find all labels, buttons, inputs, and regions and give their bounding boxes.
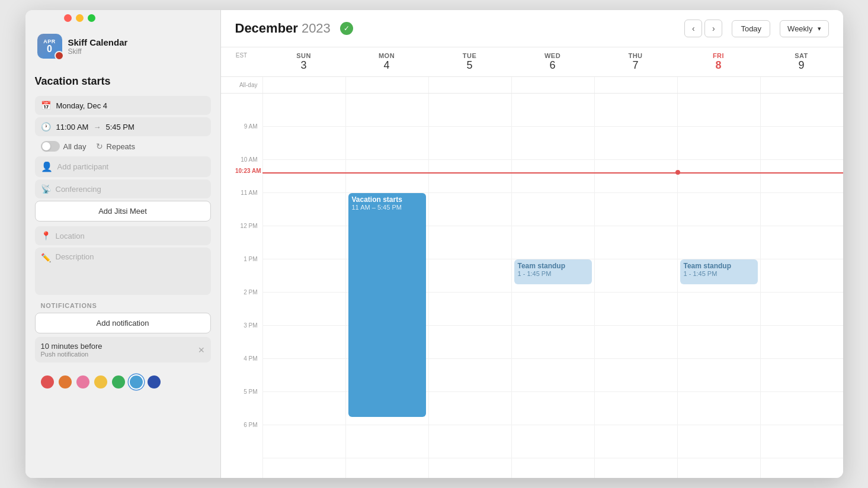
hour-line (761, 293, 843, 326)
minimize-button[interactable] (76, 14, 84, 22)
hour-line (595, 425, 677, 458)
hour-line (512, 425, 594, 458)
hour-line (263, 326, 345, 359)
hour-line (678, 293, 760, 326)
calendar-grid[interactable]: 9 AM10 AM11 AM12 PM1 PM2 PM3 PM4 PM5 PM6… (221, 94, 843, 478)
next-button[interactable]: › (704, 20, 722, 37)
description-row[interactable]: ✏️ Description (35, 248, 211, 295)
time-label-2-PM: 2 PM (221, 289, 262, 322)
notification-close-button[interactable]: ✕ (198, 345, 205, 355)
repeats-wrapper[interactable]: ↻ Repeats (96, 142, 135, 151)
time-label-8-AM (221, 94, 262, 123)
sidebar: APR 0 Skiff Calendar Skiff 📅 Monday, Dec… (25, 10, 221, 478)
notification-time: 10 minutes before (41, 342, 103, 351)
sidebar-content: 📅 Monday, Dec 4 🕐 11:00 AM → 5:45 PM All… (25, 68, 220, 478)
hour-line (761, 94, 843, 127)
event-block[interactable]: Team standup 1 - 1:45 PM (680, 259, 758, 284)
view-selector[interactable]: Weekly ▾ (780, 20, 828, 37)
sync-icon[interactable]: ✓ (340, 22, 353, 35)
hour-line (512, 458, 594, 478)
hour-line (263, 359, 345, 392)
day-num: 7 (594, 59, 677, 72)
add-participant-row[interactable]: 👤 Add participant (35, 156, 211, 177)
color-pink[interactable] (76, 375, 89, 389)
color-yellow[interactable] (94, 375, 107, 389)
color-dark-blue[interactable] (148, 375, 161, 389)
hour-line (429, 226, 511, 259)
maximize-button[interactable] (88, 14, 95, 22)
hour-line (761, 392, 843, 425)
hour-line (429, 127, 511, 160)
hour-line (595, 259, 677, 293)
time-row[interactable]: 🕐 11:00 AM → 5:45 PM (35, 117, 211, 136)
start-time[interactable]: 11:00 AM (56, 123, 89, 131)
prev-button[interactable]: ‹ (684, 20, 702, 37)
calendar-main: December 2023 ✓ ‹ › Today Weekly ▾ EST S… (221, 10, 843, 478)
today-button[interactable]: Today (732, 20, 770, 37)
day-name: THU (594, 52, 677, 59)
hour-line (595, 392, 677, 425)
color-green[interactable] (112, 375, 125, 389)
calendar-header: December 2023 ✓ ‹ › Today Weekly ▾ (221, 10, 843, 47)
calendar-icon: 📅 (41, 101, 52, 110)
event-time: 1 - 1:45 PM (684, 270, 754, 277)
hour-line (595, 94, 677, 127)
add-notification-button[interactable]: Add notification (35, 313, 211, 333)
close-button[interactable] (64, 14, 72, 22)
event-date: Monday, Dec 4 (56, 101, 107, 110)
day-name: SUN (262, 52, 345, 59)
hour-line (429, 94, 511, 127)
add-jitsi-button[interactable]: Add Jitsi Meet (35, 201, 211, 221)
day-col-6[interactable]: Team standup 1 - 1:45 PM (677, 94, 760, 478)
allday-toggle-wrapper[interactable]: All day (41, 141, 87, 152)
hour-line (429, 392, 511, 425)
event-title-input[interactable] (35, 73, 211, 90)
hour-line (595, 326, 677, 359)
color-orange[interactable] (59, 375, 72, 389)
conferencing-row: 📡 Conferencing (35, 179, 211, 198)
event-block[interactable]: Vacation starts 11 AM – 5:45 PM (348, 193, 426, 417)
day-col-7[interactable] (760, 94, 843, 478)
allday-cell-2 (345, 77, 428, 93)
allday-cell-6 (677, 77, 760, 93)
hour-line (678, 326, 760, 359)
event-block[interactable]: Team standup 1 - 1:45 PM (514, 259, 592, 284)
app-window: APR 0 Skiff Calendar Skiff 📅 Monday, Dec… (25, 10, 843, 478)
hour-line (346, 425, 428, 458)
calendar-title: December 2023 (235, 21, 331, 36)
day-header-mon: MON 4 (345, 47, 428, 76)
day-col-3[interactable] (428, 94, 511, 478)
app-icon: APR 0 (37, 34, 62, 59)
day-col-4[interactable]: Team standup 1 - 1:45 PM (511, 94, 594, 478)
app-icon-date: 0 (47, 44, 52, 54)
hour-line (761, 425, 843, 458)
allday-cell-7 (760, 77, 843, 93)
location-row[interactable]: 📍 Location (35, 226, 211, 245)
allday-toggle[interactable] (41, 141, 60, 152)
day-header-wed: WED 6 (511, 47, 594, 76)
day-col-5[interactable] (594, 94, 677, 478)
location-placeholder: Location (56, 232, 85, 240)
hour-line (346, 127, 428, 160)
day-col-2[interactable]: Vacation starts 11 AM – 5:45 PM (345, 94, 428, 478)
hour-line (678, 94, 760, 127)
hour-line (761, 226, 843, 259)
allday-label: All-day (221, 77, 262, 93)
color-light-blue[interactable] (130, 375, 143, 389)
hour-line (678, 425, 760, 458)
hour-line (761, 359, 843, 392)
hour-line (678, 392, 760, 425)
day-name: WED (511, 52, 594, 59)
time-label-5-PM: 5 PM (221, 389, 262, 422)
hour-line (678, 226, 760, 259)
day-name: SAT (760, 52, 843, 59)
timezone-header: EST (221, 47, 262, 76)
event-title: Team standup (518, 262, 588, 270)
day-col-1[interactable] (262, 94, 345, 478)
day-num: 9 (760, 59, 843, 72)
end-time[interactable]: 5:45 PM (105, 123, 134, 131)
color-red[interactable] (41, 375, 54, 389)
date-row[interactable]: 📅 Monday, Dec 4 (35, 96, 211, 115)
hour-line (595, 458, 677, 478)
hour-line (346, 458, 428, 478)
